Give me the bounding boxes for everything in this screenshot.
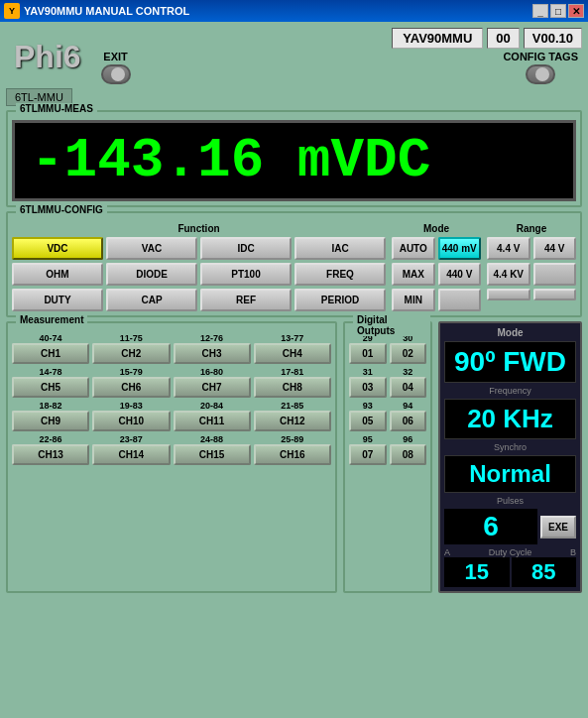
duty-b-value: 85 <box>512 557 577 587</box>
dig8-cell: 96 08 <box>390 434 427 465</box>
btn-ch6[interactable]: CH6 <box>92 377 170 398</box>
range-label: Range <box>487 223 576 234</box>
btn-ch15[interactable]: CH15 <box>174 444 251 465</box>
channels-section-title: Measurement <box>16 314 87 325</box>
config-area: CONFIG TAGS <box>503 51 578 84</box>
btn-freq[interactable]: FREQ <box>294 263 386 286</box>
btn-ohm[interactable]: OHM <box>12 263 103 286</box>
exit-toggle[interactable] <box>101 64 131 84</box>
btn-ch12[interactable]: CH12 <box>254 411 331 431</box>
close-button[interactable]: ✕ <box>568 4 584 18</box>
btn-cap[interactable]: CAP <box>106 289 197 311</box>
dig6-cell: 94 06 <box>390 401 427 431</box>
minimize-button[interactable]: _ <box>532 4 548 18</box>
btn-auto[interactable]: AUTO <box>392 237 435 260</box>
meas-value: -143.16 mVDC <box>31 133 557 188</box>
btn-range-empty3 <box>533 289 577 300</box>
btn-ch7[interactable]: CH7 <box>174 377 251 398</box>
dig5-cell: 93 05 <box>349 401 387 431</box>
btn-ch3[interactable]: CH3 <box>174 343 251 364</box>
app-icon: Y <box>4 3 20 19</box>
btn-ch14[interactable]: CH14 <box>92 444 170 465</box>
dig3-cell: 31 03 <box>349 367 387 398</box>
btn-ch1[interactable]: CH1 <box>12 343 89 364</box>
btn-idc[interactable]: IDC <box>200 237 292 260</box>
btn-ch9[interactable]: CH9 <box>12 411 89 431</box>
device-id: 00 <box>487 28 519 49</box>
btn-44vv[interactable]: 44 V <box>533 237 577 260</box>
btn-44v[interactable]: 4.4 V <box>487 237 530 260</box>
btn-dig01[interactable]: 01 <box>349 343 387 364</box>
exit-area: EXIT <box>101 51 131 84</box>
window-title: YAV90MMU MANUAL CONTROL <box>24 5 189 17</box>
ch7-cell: 16-80 CH7 <box>174 367 251 398</box>
btn-440v[interactable]: 440 V <box>438 263 482 286</box>
btn-ch5[interactable]: CH5 <box>12 377 89 398</box>
btn-diode[interactable]: DIODE <box>106 263 197 286</box>
btn-dig08[interactable]: 08 <box>390 444 427 465</box>
freq-label: Frequency <box>444 386 576 396</box>
btn-dig05[interactable]: 05 <box>349 411 387 431</box>
ch5-cell: 14-78 CH5 <box>12 367 89 398</box>
meas-section-title: 6TLMMU-MEAS <box>16 103 97 114</box>
maximize-button[interactable]: □ <box>550 4 566 18</box>
ch14-cell: 23-87 CH14 <box>92 434 170 465</box>
btn-pt100[interactable]: PT100 <box>200 263 292 286</box>
ch6-cell: 15-79 CH6 <box>92 367 170 398</box>
main-window: Phi6 YAV90MMU 00 V00.10 EXIT CONFIG TAGS… <box>0 22 588 718</box>
freq-display-box: 20 KHz <box>444 399 576 439</box>
btn-440mv[interactable]: 440 mV <box>438 237 482 260</box>
config-toggle[interactable] <box>526 64 555 84</box>
btn-vac[interactable]: VAC <box>106 237 197 260</box>
btn-max[interactable]: MAX <box>392 263 435 286</box>
btn-iac[interactable]: IAC <box>294 237 386 260</box>
dig4-cell: 32 04 <box>390 367 427 398</box>
btn-ch4[interactable]: CH4 <box>254 343 331 364</box>
device-version: V00.10 <box>524 28 582 49</box>
btn-ch10[interactable]: CH10 <box>92 411 170 431</box>
btn-dig02[interactable]: 02 <box>390 343 427 364</box>
function-group: Function VDC VAC IDC IAC OHM DIODE PT100… <box>12 223 386 311</box>
synchro-label: Synchro <box>444 442 576 452</box>
exe-button[interactable]: EXE <box>540 516 576 538</box>
btn-44kv[interactable]: 4.4 KV <box>487 263 530 286</box>
btn-ch8[interactable]: CH8 <box>254 377 331 398</box>
config-section-title: 6TLMMU-CONFIG <box>16 204 107 215</box>
btn-min[interactable]: MIN <box>392 289 435 311</box>
btn-dig04[interactable]: 04 <box>390 377 427 398</box>
dig1-cell: 29 01 <box>349 333 387 364</box>
ch15-cell: 24-88 CH15 <box>174 434 251 465</box>
meas-section: 6TLMMU-MEAS -143.16 mVDC <box>6 110 582 207</box>
exit-label: EXIT <box>103 51 127 62</box>
synchro-display-box: Normal <box>444 455 576 493</box>
btn-duty[interactable]: DUTY <box>12 289 103 311</box>
btn-mode-empty <box>438 289 482 311</box>
dig7-cell: 95 07 <box>349 434 387 465</box>
duty-b-label: B <box>570 547 576 557</box>
btn-range-empty1 <box>533 263 577 286</box>
btn-ref[interactable]: REF <box>200 289 292 311</box>
btn-ch11[interactable]: CH11 <box>174 411 251 431</box>
ch10-cell: 19-83 CH10 <box>92 401 170 431</box>
mode-panel-label: Mode <box>444 327 576 338</box>
ch1-cell: 40-74 CH1 <box>12 333 89 364</box>
device-info: YAV90MMU 00 V00.10 <box>392 28 582 49</box>
range-group: Range 4.4 V 44 V 4.4 KV <box>487 223 576 311</box>
ch9-cell: 18-82 CH9 <box>12 401 89 431</box>
btn-ch13[interactable]: CH13 <box>12 444 89 465</box>
mode-display-box: 90º FWD <box>444 341 576 383</box>
duty-cycle-label: Duty Cycle <box>489 547 532 557</box>
pulses-value: 6 <box>444 509 537 544</box>
btn-period[interactable]: PERIOD <box>294 289 386 311</box>
btn-dig06[interactable]: 06 <box>390 411 427 431</box>
bottom-section: Measurement 40-74 CH1 11-75 CH2 12-76 CH… <box>6 321 582 593</box>
btn-vdc[interactable]: VDC <box>12 237 103 260</box>
function-label: Function <box>12 223 386 234</box>
btn-dig07[interactable]: 07 <box>349 444 387 465</box>
synchro-display-value: Normal <box>451 460 569 488</box>
btn-dig03[interactable]: 03 <box>349 377 387 398</box>
ch8-cell: 17-81 CH8 <box>254 367 331 398</box>
ch4-cell: 13-77 CH4 <box>254 333 331 364</box>
btn-ch2[interactable]: CH2 <box>92 343 170 364</box>
btn-ch16[interactable]: CH16 <box>254 444 331 465</box>
